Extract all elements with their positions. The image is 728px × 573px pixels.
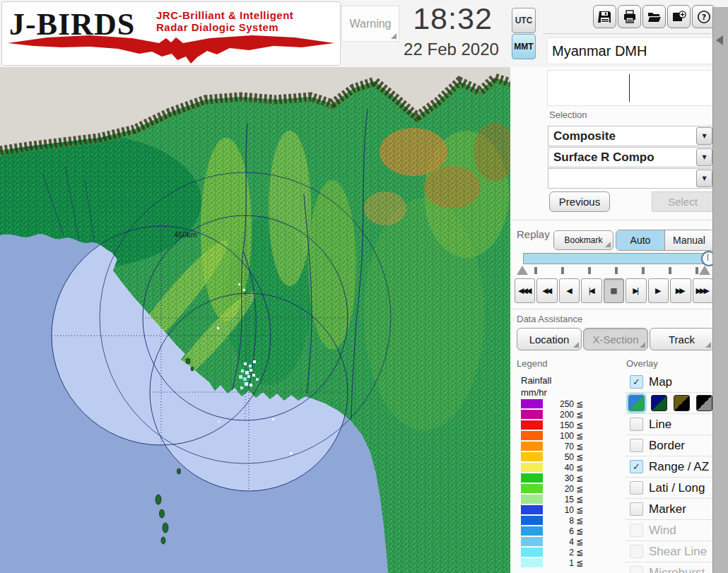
legend-value: 6 bbox=[543, 526, 574, 536]
map-viewport[interactable]: 450km bbox=[0, 67, 510, 573]
legend-row: 50≦ bbox=[521, 451, 583, 462]
wind-checkbox bbox=[630, 524, 643, 537]
lati-long-checkbox[interactable] bbox=[630, 481, 643, 495]
replay-section-label: Replay bbox=[517, 228, 550, 240]
legend-value: 10 bbox=[543, 505, 574, 515]
skip-end-button[interactable]: ▶| bbox=[626, 278, 646, 303]
chevron-down-icon[interactable]: ▼ bbox=[696, 170, 712, 187]
product-group-value: Composite bbox=[548, 129, 696, 143]
legend-color-swatch bbox=[521, 548, 543, 557]
legend-color-swatch bbox=[521, 526, 543, 536]
open-folder-button[interactable] bbox=[642, 5, 666, 28]
legend-value: 2 bbox=[543, 548, 574, 557]
forward-button[interactable]: ▶▶ bbox=[670, 278, 691, 303]
play-button[interactable]: ▶ bbox=[648, 278, 669, 303]
utc-button[interactable]: UTC bbox=[512, 8, 536, 33]
less-equal-symbol: ≦ bbox=[576, 505, 583, 515]
play-reverse-button[interactable]: ◀ bbox=[559, 278, 580, 303]
warning-label: Warning bbox=[350, 18, 392, 30]
save-button[interactable] bbox=[593, 5, 616, 28]
previous-button[interactable]: Previous bbox=[549, 191, 610, 212]
less-equal-symbol: ≦ bbox=[576, 410, 583, 420]
legend-value: 8 bbox=[543, 516, 574, 526]
separator bbox=[512, 220, 712, 220]
legend-color-swatch bbox=[521, 495, 543, 504]
chevron-down-icon[interactable]: ▼ bbox=[696, 127, 712, 145]
replay-mode-group: Auto Manual bbox=[616, 230, 714, 251]
overlay-label-microburst: Microburst bbox=[649, 566, 705, 573]
replay-timeline-slider[interactable] bbox=[523, 253, 711, 264]
map-style-swatch-3[interactable] bbox=[674, 395, 690, 411]
warning-button[interactable]: Warning bbox=[341, 6, 399, 42]
slider-tick bbox=[669, 267, 671, 274]
legend-row: 20≦ bbox=[521, 483, 583, 494]
mmt-button[interactable]: MMT bbox=[512, 34, 536, 59]
forward-fast-button[interactable]: ▶▶▶ bbox=[693, 278, 713, 303]
overlay-label-marker: Marker bbox=[649, 502, 686, 516]
overlay-label-border: Border bbox=[649, 439, 685, 453]
legend-row: 8≦ bbox=[521, 515, 583, 526]
overlay-row-microburst: Microburst bbox=[625, 562, 712, 573]
header: J-BIRDS JRC-Brilliant & Intelligent Rada… bbox=[0, 0, 728, 69]
map-style-swatch-4[interactable] bbox=[696, 395, 712, 411]
legend-color-swatch bbox=[521, 558, 543, 567]
less-equal-symbol: ≦ bbox=[576, 431, 583, 441]
panel-collapse-arrow[interactable] bbox=[716, 35, 723, 45]
legend-value: 100 bbox=[543, 431, 574, 441]
overlay-label-map: Map bbox=[649, 375, 672, 389]
bookmark-label: Bookmark bbox=[564, 235, 602, 245]
product-option-dropdown[interactable]: ▼ bbox=[548, 168, 714, 189]
save-icon bbox=[598, 10, 612, 24]
separator bbox=[512, 309, 712, 309]
less-equal-symbol: ≦ bbox=[576, 420, 583, 430]
select-button[interactable]: Select bbox=[652, 191, 714, 212]
map-style-swatch-2[interactable] bbox=[651, 395, 667, 411]
track-label: Track bbox=[669, 333, 695, 345]
slider-tick bbox=[642, 267, 645, 274]
legend-value: 40 bbox=[543, 463, 574, 473]
overlay-row-lati-long: Lati / Long bbox=[625, 477, 712, 498]
x-section-label: X-Section bbox=[592, 333, 638, 345]
legend-color-swatch bbox=[521, 399, 543, 408]
line-checkbox[interactable] bbox=[630, 418, 643, 431]
legend-row: 40≦ bbox=[521, 462, 583, 473]
info-box bbox=[547, 70, 713, 106]
manual-mode-button[interactable]: Manual bbox=[665, 230, 713, 250]
legend-color-swatch bbox=[521, 505, 543, 514]
legend-row: 2≦ bbox=[521, 547, 583, 557]
product-group-dropdown[interactable]: Composite ▼ bbox=[548, 126, 714, 146]
track-button[interactable]: Track bbox=[650, 328, 714, 350]
marker-checkbox[interactable] bbox=[630, 502, 643, 516]
manual-label: Manual bbox=[673, 235, 705, 246]
jbirds-app: J-BIRDS JRC-Brilliant & Intelligent Rada… bbox=[0, 0, 728, 573]
border-checkbox[interactable] bbox=[630, 439, 643, 452]
add-image-icon bbox=[672, 10, 686, 24]
auto-mode-button[interactable]: Auto bbox=[616, 230, 665, 250]
radar-map: 450km bbox=[0, 67, 510, 573]
location-button[interactable]: Location bbox=[517, 328, 582, 350]
help-icon: ? bbox=[697, 10, 711, 24]
less-equal-symbol: ≦ bbox=[576, 537, 583, 547]
legend-row: 200≦ bbox=[521, 409, 583, 420]
product-type-dropdown[interactable]: Surface R Compo ▼ bbox=[548, 147, 714, 167]
overlay-section-label: Overlay bbox=[626, 358, 658, 369]
overlay-row-border: Border bbox=[625, 435, 712, 456]
print-button[interactable] bbox=[618, 5, 641, 28]
stop-button[interactable]: ■ bbox=[604, 278, 624, 303]
skip-start-button[interactable]: |◀ bbox=[581, 278, 601, 303]
rewind-fast-button[interactable]: ◀◀◀ bbox=[515, 278, 535, 303]
rewind-button[interactable]: ◀◀ bbox=[536, 278, 557, 303]
microburst-checkbox bbox=[630, 566, 643, 573]
less-equal-symbol: ≦ bbox=[576, 484, 583, 494]
range-az-checkbox[interactable]: ✓ bbox=[630, 460, 643, 473]
select-label: Select bbox=[668, 196, 698, 208]
add-image-button[interactable] bbox=[667, 5, 691, 28]
chevron-down-icon[interactable]: ▼ bbox=[696, 148, 712, 166]
x-section-button[interactable]: X-Section bbox=[583, 328, 648, 350]
shear-line-checkbox bbox=[630, 545, 643, 558]
station-name: Myanmar DMH bbox=[547, 37, 717, 64]
bookmark-button[interactable]: Bookmark bbox=[553, 230, 613, 250]
map-checkbox[interactable]: ✓ bbox=[630, 375, 643, 389]
map-style-swatch-1[interactable] bbox=[628, 395, 645, 411]
overlay-label-line: Line bbox=[649, 418, 671, 432]
